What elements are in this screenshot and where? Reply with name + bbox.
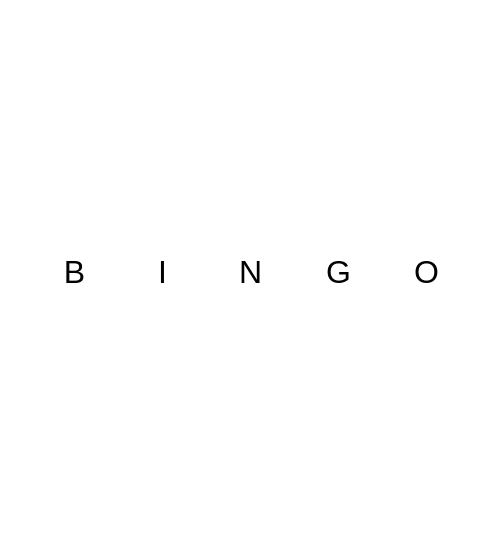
bingo-header-row: BINGO (31, 247, 471, 297)
header-n: N (207, 247, 295, 297)
bingo-board: BINGO (31, 247, 471, 297)
header-b: B (31, 247, 119, 297)
header-g: G (295, 247, 383, 297)
header-i: I (119, 247, 207, 297)
header-o: O (383, 247, 471, 297)
